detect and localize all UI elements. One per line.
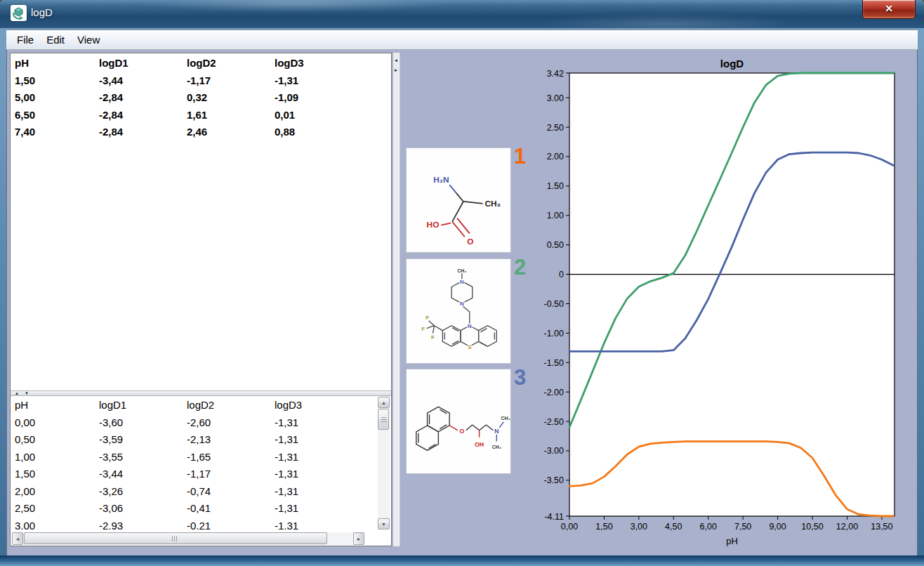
table-cell: -2,60 <box>184 414 272 432</box>
table-row[interactable]: 1,00-3,55-1,65-1,31 <box>12 449 377 466</box>
table-cell: -1,09 <box>272 89 359 107</box>
top-data-table[interactable]: pHlogD1logD2logD31,50-3,44-1,17-1,315,00… <box>12 55 390 390</box>
table-cell: -3,55 <box>96 449 184 466</box>
menu-edit[interactable]: Edit <box>40 32 71 48</box>
table-cell: 2,46 <box>184 124 272 141</box>
table-cell: -2,84 <box>96 89 184 107</box>
table-cell: 7,40 <box>12 124 96 141</box>
vertical-splitter[interactable]: ◄ ► <box>393 53 400 546</box>
table-cell: -3,26 <box>96 483 184 501</box>
y-tick-label: 0 <box>559 270 564 279</box>
scroll-left-icon[interactable]: ◄ <box>12 532 23 545</box>
table-row[interactable]: 2,50-3,06-0,41-1,31 <box>12 500 377 518</box>
column-header: logD1 <box>96 55 184 72</box>
y-tick-label: -3.50 <box>544 475 565 485</box>
atom-label-s: S <box>468 344 471 350</box>
scroll-up-icon[interactable]: ▲ <box>378 397 390 408</box>
table-cell: -3,60 <box>96 414 184 432</box>
scroll-down-icon[interactable]: ▼ <box>378 518 390 529</box>
close-button[interactable]: ✕ <box>862 0 916 19</box>
atom-label-carbonyl-o: O <box>467 237 473 246</box>
x-tick-label: 3,00 <box>631 522 647 532</box>
column-header: logD1 <box>96 397 184 414</box>
column-header: logD3 <box>272 397 359 414</box>
splitter-right-icon[interactable]: ► <box>394 68 398 72</box>
plot-area <box>569 73 895 516</box>
y-tick-label: -1.50 <box>544 358 565 368</box>
table-cell: -3,44 <box>96 466 184 483</box>
vertical-scrollbar[interactable]: ▲ ▼ <box>378 397 390 529</box>
horizontal-splitter[interactable]: ▲ ▼ <box>11 390 391 396</box>
table-cell: -1,31 <box>272 72 359 90</box>
table-cell: -1,31 <box>272 483 359 501</box>
molecule-structure-trifluoperazine: CH₃ N N N S F F F <box>407 259 510 363</box>
table-cell: -3,06 <box>96 500 184 518</box>
x-tick-label: 1,50 <box>595 522 612 532</box>
column-header: logD3 <box>272 55 359 72</box>
x-tick-label: 10,50 <box>801 522 823 532</box>
scroll-right-icon[interactable]: ► <box>353 532 364 545</box>
table-cell: -1,31 <box>272 431 359 449</box>
table-row[interactable]: 1,50-3,44-1,17-1,31 <box>12 72 390 90</box>
table-row[interactable]: 3,00-2,93-0,21-1,31 <box>12 518 377 530</box>
table-row[interactable]: 5,00-2,840,32-1,09 <box>12 89 390 107</box>
table-cell: -1,17 <box>184 72 272 90</box>
table-cell: -2,84 <box>96 124 184 141</box>
splitter-left-icon[interactable]: ◄ <box>394 58 398 62</box>
table-row[interactable]: 1,50-3,44-1,17-1,31 <box>12 466 377 483</box>
table-cell: 0,50 <box>12 431 96 449</box>
table-row[interactable]: 6,50-2,841,610,01 <box>12 107 390 124</box>
molecule-box-3: O OH N CH₃ CH₃ <box>406 369 511 474</box>
table-row[interactable]: 2,00-3,26-0,74-1,31 <box>12 483 377 501</box>
horizontal-scrollbar[interactable]: ◄ ► <box>12 532 364 545</box>
table-cell: 1,61 <box>184 107 272 124</box>
atom-label-methyl-2: CH₃ <box>492 445 501 449</box>
splitter-up-icon[interactable]: ▲ <box>15 390 19 396</box>
y-tick-label: 0.50 <box>547 240 564 250</box>
table-row[interactable]: 0,00-3,60-2,60-1,31 <box>12 414 377 432</box>
x-tick-label: 6,00 <box>700 522 717 532</box>
table-cell: 1,00 <box>12 449 96 466</box>
x-tick-label: 12,00 <box>836 522 858 532</box>
molecule-label-3: 3 <box>514 365 539 390</box>
table-cell: -1,31 <box>272 518 359 530</box>
title-bar[interactable]: logD ✕ <box>0 0 924 28</box>
molecule-label-2: 2 <box>514 255 539 280</box>
table-cell: 0,00 <box>12 414 96 432</box>
y-tick-label: -2.50 <box>544 417 565 427</box>
menu-view[interactable]: View <box>71 32 106 48</box>
splitter-down-icon[interactable]: ▼ <box>25 390 29 396</box>
table-cell: -1,31 <box>272 449 359 466</box>
x-axis-label: pH <box>726 536 738 546</box>
horizontal-scroll-thumb[interactable] <box>24 532 327 544</box>
vertical-scroll-thumb[interactable] <box>378 409 389 430</box>
atom-label-n-bottom: N <box>460 301 464 307</box>
column-header: logD2 <box>184 397 272 414</box>
table-cell: -2,93 <box>96 518 184 530</box>
table-row[interactable]: 7,40-2,842,460,88 <box>12 124 390 141</box>
table-row[interactable]: 0,50-3,59-2,13-1,31 <box>12 431 377 449</box>
x-tick-label: 4,50 <box>665 522 682 532</box>
table-cell: 6,50 <box>12 107 96 124</box>
table-cell: 1,50 <box>12 466 96 483</box>
table-cell: -1,31 <box>272 500 359 518</box>
table-cell: 1,50 <box>12 72 96 90</box>
data-tables-panel: pHlogD1logD2logD31,50-3,44-1,17-1,315,00… <box>10 53 392 546</box>
table-cell: 5,00 <box>12 89 96 107</box>
bottom-data-table[interactable]: pHlogD1logD2logD30,00-3,60-2,60-1,310,50… <box>12 397 377 529</box>
y-tick-label: -3.00 <box>544 446 565 456</box>
window-title: logD <box>31 6 53 18</box>
menu-file[interactable]: File <box>11 32 40 48</box>
table-cell: -1,65 <box>184 449 272 466</box>
table-header-row: pHlogD1logD2logD3 <box>12 55 390 72</box>
molecule-box-2: CH₃ N N N S F F F <box>406 258 511 364</box>
table-cell: -1,31 <box>272 414 359 432</box>
table-cell: -2,84 <box>96 107 184 124</box>
table-cell: -3,44 <box>96 72 184 90</box>
atom-label-oh: OH <box>475 441 484 448</box>
atom-label-methyl: CH₃ <box>484 199 501 209</box>
molecule-box-1: H₂N CH₃ HO O <box>406 147 511 253</box>
atom-label-n-methyl: CH₃ <box>457 268 466 273</box>
content-area: pHlogD1logD2logD31,50-3,44-1,17-1,315,00… <box>6 50 918 555</box>
app-window: logD ✕ File Edit View pHlogD1logD2logD31… <box>0 0 924 566</box>
